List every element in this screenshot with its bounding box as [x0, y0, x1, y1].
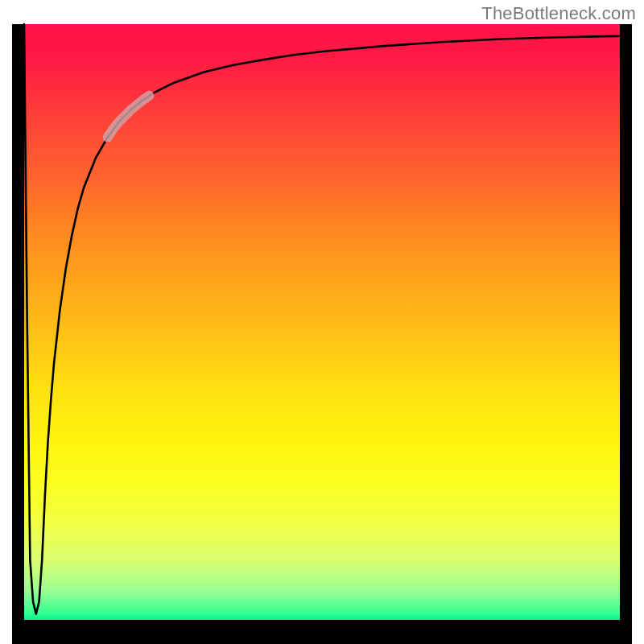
gradient-background [24, 24, 620, 620]
bottleneck-curve [24, 24, 620, 614]
curve-svg [24, 24, 620, 620]
chart-container: TheBottleneck.com [0, 0, 644, 644]
watermark-text: TheBottleneck.com [481, 3, 636, 24]
highlight-segment [108, 96, 150, 138]
